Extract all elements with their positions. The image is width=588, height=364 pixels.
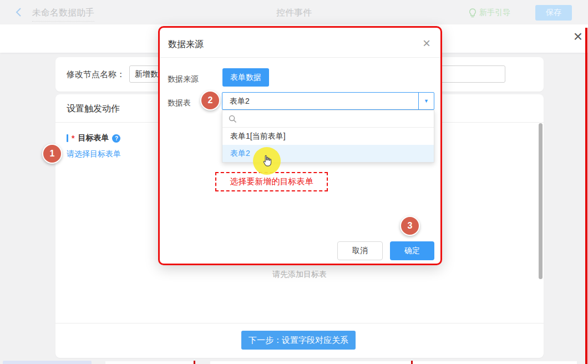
- data-source-label: 数据来源: [168, 74, 199, 84]
- target-form-label: 目标表单: [78, 133, 109, 143]
- peek-block: [3, 361, 92, 364]
- annotation-line: [585, 28, 587, 364]
- next-step-button[interactable]: 下一步：设置字段对应关系: [241, 331, 356, 350]
- required-asterisk: *: [72, 134, 74, 143]
- bottom-peek-strip: [0, 360, 588, 364]
- modal-close-icon[interactable]: ×: [423, 36, 430, 51]
- annotation-tick: [194, 361, 195, 364]
- form-data-button[interactable]: 表单数据: [222, 68, 269, 87]
- dropdown-option-form1[interactable]: 表单1[当前表单]: [222, 128, 434, 145]
- chevron-down-icon: ▼: [424, 98, 429, 104]
- search-icon: [229, 115, 237, 123]
- step-badge-3: 3: [400, 216, 420, 236]
- target-form-row: * 目标表单 ?: [67, 133, 120, 143]
- divider: [160, 57, 440, 58]
- step-badge-1: 1: [42, 144, 62, 164]
- annotation-callout: 选择要新增的目标表单: [215, 172, 328, 191]
- assistant-title[interactable]: 未命名数据助手: [32, 7, 94, 22]
- select-arrow-box[interactable]: ▼: [418, 93, 434, 109]
- empty-target-hint: 请先添加目标表: [55, 270, 544, 280]
- back-button[interactable]: [13, 7, 24, 18]
- annotation-tick: [411, 361, 413, 364]
- peek-block: [105, 361, 193, 364]
- guide-label: 新手引导: [479, 8, 510, 18]
- node-name-label: 修改节点名称：: [67, 69, 125, 80]
- app-window: 未命名数据助手 控件事件 新手引导 保存 × 修改节点名称： 设置触发动作 * …: [0, 0, 588, 364]
- dropdown-search-field[interactable]: [222, 110, 434, 128]
- divider: [55, 323, 544, 323]
- lightbulb-icon: [469, 8, 477, 18]
- step-badge-2: 2: [200, 90, 220, 110]
- panel-close-icon[interactable]: ×: [574, 29, 582, 44]
- section-marker: [67, 134, 68, 142]
- section-title: 设置触发动作: [67, 103, 120, 115]
- top-bar: 未命名数据助手 控件事件 新手引导 保存: [0, 0, 588, 24]
- peek-block: [210, 361, 577, 364]
- confirm-button[interactable]: 确定: [390, 241, 434, 260]
- help-icon[interactable]: ?: [112, 134, 120, 143]
- table-dropdown-panel: 表单1[当前表单] 表单2: [222, 110, 434, 163]
- save-button[interactable]: 保存: [535, 5, 572, 21]
- data-table-select[interactable]: 表单2 ▼: [222, 92, 434, 110]
- data-table-label: 数据表: [168, 98, 191, 108]
- select-target-form-link[interactable]: 请选择目标表单: [67, 149, 121, 159]
- modal-title: 数据来源: [168, 39, 204, 50]
- chevron-left-icon: [13, 7, 24, 18]
- scrollbar-thumb[interactable]: [539, 123, 543, 279]
- dropdown-option-form2[interactable]: 表单2: [222, 145, 434, 162]
- beginner-guide-button[interactable]: 新手引导: [469, 8, 510, 18]
- cancel-button[interactable]: 取消: [337, 241, 383, 260]
- data-source-modal: 数据来源 × 数据来源 表单数据 数据表 表单2 ▼ 表单1[当前表单] 表单2…: [158, 26, 442, 265]
- selected-table-value: 表单2: [230, 97, 250, 107]
